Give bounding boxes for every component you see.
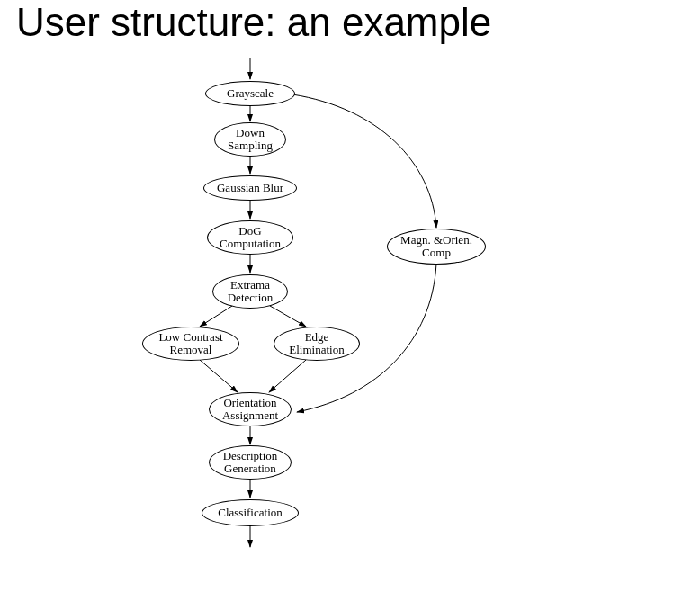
node-label: Low ContrastRemoval — [158, 331, 222, 357]
edge-grayscale-magn — [292, 94, 436, 228]
node-orientation: OrientationAssignment — [209, 392, 292, 426]
node-dog: DoGComputation — [207, 220, 293, 255]
flowchart-canvas: Grayscale DownSampling Gaussian Blur DoG… — [0, 0, 700, 610]
node-label: DescriptionGeneration — [223, 450, 278, 476]
edge-extrema-edge — [270, 306, 306, 327]
node-classification: Classification — [202, 499, 299, 526]
node-label: EdgeElimination — [289, 331, 344, 357]
node-extrema: ExtramaDetection — [212, 274, 288, 309]
edge-layer — [0, 0, 700, 610]
node-grayscale: Grayscale — [205, 81, 295, 106]
node-downsamp: DownSampling — [214, 122, 286, 157]
node-edge: EdgeElimination — [274, 327, 360, 361]
node-label: Grayscale — [227, 87, 274, 100]
node-label: DownSampling — [228, 127, 273, 153]
node-label: OrientationAssignment — [222, 397, 278, 423]
node-magn: Magn. &Orien.Comp — [387, 229, 486, 265]
node-label: Gaussian Blur — [217, 182, 283, 194]
edge-lowcontrast-orientation — [200, 360, 238, 392]
edge-extrema-lowcontrast — [200, 306, 232, 327]
node-lowcontrast: Low ContrastRemoval — [142, 327, 239, 361]
node-label: Magn. &Orien.Comp — [400, 234, 472, 260]
node-label: DoGComputation — [220, 225, 281, 251]
edge-edge-orientation — [269, 360, 306, 392]
node-description: DescriptionGeneration — [209, 445, 292, 480]
node-gaussian: Gaussian Blur — [203, 175, 297, 201]
node-label: Classification — [218, 507, 283, 519]
node-label: ExtramaDetection — [228, 279, 274, 305]
